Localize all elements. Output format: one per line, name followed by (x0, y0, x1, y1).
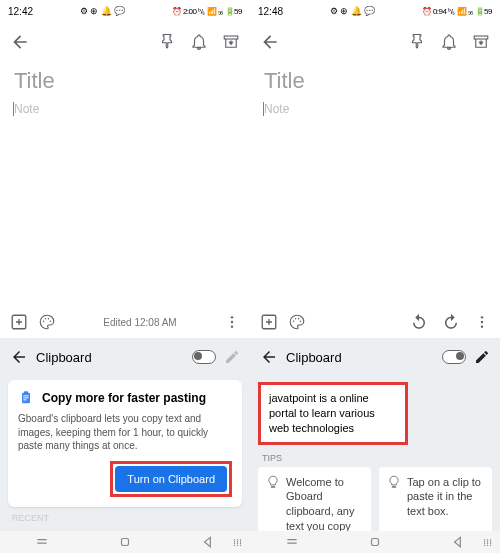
clipboard-header: Clipboard (250, 338, 500, 376)
title-input[interactable]: Title (14, 68, 236, 94)
status-left-icons: ⚙ ⊕ 🔔 💬 (80, 6, 126, 16)
svg-rect-0 (224, 36, 238, 39)
android-navbar: ⁞⁞⁞ (0, 531, 250, 553)
svg-point-18 (295, 318, 297, 320)
bulb-icon (266, 475, 280, 489)
phone-right: 12:48 ⚙ ⊕ 🔔 💬 ⏰ 0:94 ᵇ/ₛ 📶 ₅₆ 🔋59 Title … (250, 0, 500, 553)
gboard-panel: Clipboard Copy more for faster pasting G… (0, 338, 250, 553)
svg-point-8 (231, 325, 233, 327)
more-icon[interactable] (224, 314, 240, 330)
recents-icon[interactable] (35, 535, 49, 549)
app-toolbar (250, 22, 500, 62)
svg-rect-15 (474, 36, 488, 39)
recents-icon[interactable] (285, 535, 299, 549)
svg-point-17 (293, 321, 295, 323)
back-nav-icon[interactable] (201, 535, 215, 549)
back-arrow-icon[interactable] (10, 348, 28, 366)
home-icon[interactable] (118, 535, 132, 549)
more-icon[interactable] (474, 314, 490, 330)
svg-point-2 (43, 321, 45, 323)
svg-point-4 (48, 318, 50, 320)
svg-point-20 (300, 321, 302, 323)
archive-icon[interactable] (222, 33, 240, 51)
status-bar: 12:48 ⚙ ⊕ 🔔 💬 ⏰ 0:94 ᵇ/ₛ 📶 ₅₆ 🔋59 (250, 0, 500, 22)
edit-icon (224, 349, 240, 365)
redo-icon[interactable] (442, 313, 460, 331)
undo-icon[interactable] (410, 313, 428, 331)
tip-text: Tap on a clip to paste it in the text bo… (407, 475, 484, 520)
note-input[interactable]: Note (264, 102, 486, 116)
phone-left: 12:42 ⚙ ⊕ 🔔 💬 ⏰ 2:00 ᵇ/ₛ 📶 ₅₆ 🔋59 Title … (0, 0, 250, 553)
add-box-icon[interactable] (260, 313, 278, 331)
back-nav-icon[interactable] (451, 535, 465, 549)
selected-clip[interactable]: javatpoint is a online portal to learn v… (258, 382, 408, 445)
clipboard-onboarding-card: Copy more for faster pasting Gboard's cl… (8, 380, 242, 507)
bottom-toolbar: Edited 12:08 AM (0, 306, 250, 338)
keyboard-toggle-icon[interactable]: ⁞⁞⁞ (483, 537, 492, 548)
edited-timestamp: Edited 12:08 AM (66, 317, 214, 328)
card-title: Copy more for faster pasting (42, 391, 206, 405)
back-arrow-icon[interactable] (260, 348, 278, 366)
status-right: ⏰ 0:94 ᵇ/ₛ 📶 ₅₆ 🔋59 (422, 7, 492, 16)
svg-point-5 (50, 321, 52, 323)
clipboard-label: Clipboard (286, 350, 434, 365)
tip-text: Welcome to Gboard clipboard, any text yo… (286, 475, 363, 534)
bulb-icon (387, 475, 401, 489)
edit-icon[interactable] (474, 349, 490, 365)
svg-point-6 (231, 316, 233, 318)
reminder-icon[interactable] (440, 33, 458, 51)
svg-rect-13 (23, 399, 26, 400)
pin-icon[interactable] (408, 33, 426, 51)
note-editor: Title Note (250, 62, 500, 122)
svg-point-7 (231, 321, 233, 323)
card-body: Gboard's clipboard lets you copy text an… (18, 412, 232, 453)
recent-label: RECENT (0, 509, 250, 527)
svg-point-3 (45, 318, 47, 320)
back-icon[interactable] (10, 32, 30, 52)
title-input[interactable]: Title (264, 68, 486, 94)
svg-rect-24 (371, 539, 378, 546)
turn-on-clipboard-button[interactable]: Turn on Clipboard (115, 466, 227, 492)
add-box-icon[interactable] (10, 313, 28, 331)
clipboard-icon (18, 390, 34, 406)
svg-point-19 (298, 318, 300, 320)
gboard-panel: Clipboard javatpoint is a online portal … (250, 338, 500, 553)
tips-label: TIPS (250, 449, 500, 467)
bottom-toolbar (250, 306, 500, 338)
status-right: ⏰ 2:00 ᵇ/ₛ 📶 ₅₆ 🔋59 (172, 7, 242, 16)
svg-rect-11 (23, 395, 28, 396)
palette-icon[interactable] (288, 313, 306, 331)
svg-rect-12 (23, 397, 28, 398)
back-icon[interactable] (260, 32, 280, 52)
app-toolbar (0, 22, 250, 62)
clipboard-toggle[interactable] (192, 350, 216, 364)
android-navbar: ⁞⁞⁞ (250, 531, 500, 553)
status-left-icons: ⚙ ⊕ 🔔 💬 (330, 6, 376, 16)
palette-icon[interactable] (38, 313, 56, 331)
svg-point-23 (481, 325, 483, 327)
clipboard-header: Clipboard (0, 338, 250, 376)
pin-icon[interactable] (158, 33, 176, 51)
svg-point-21 (481, 316, 483, 318)
clipboard-toggle[interactable] (442, 350, 466, 364)
reminder-icon[interactable] (190, 33, 208, 51)
note-input[interactable]: Note (14, 102, 236, 116)
home-icon[interactable] (368, 535, 382, 549)
svg-point-22 (481, 321, 483, 323)
archive-icon[interactable] (472, 33, 490, 51)
status-time: 12:48 (258, 6, 283, 17)
status-bar: 12:42 ⚙ ⊕ 🔔 💬 ⏰ 2:00 ᵇ/ₛ 📶 ₅₆ 🔋59 (0, 0, 250, 22)
svg-rect-14 (121, 539, 128, 546)
svg-rect-10 (24, 391, 28, 394)
keyboard-toggle-icon[interactable]: ⁞⁞⁞ (233, 537, 242, 548)
clipboard-label: Clipboard (36, 350, 184, 365)
status-time: 12:42 (8, 6, 33, 17)
note-editor: Title Note (0, 62, 250, 122)
highlight-marker: Turn on Clipboard (110, 461, 232, 497)
